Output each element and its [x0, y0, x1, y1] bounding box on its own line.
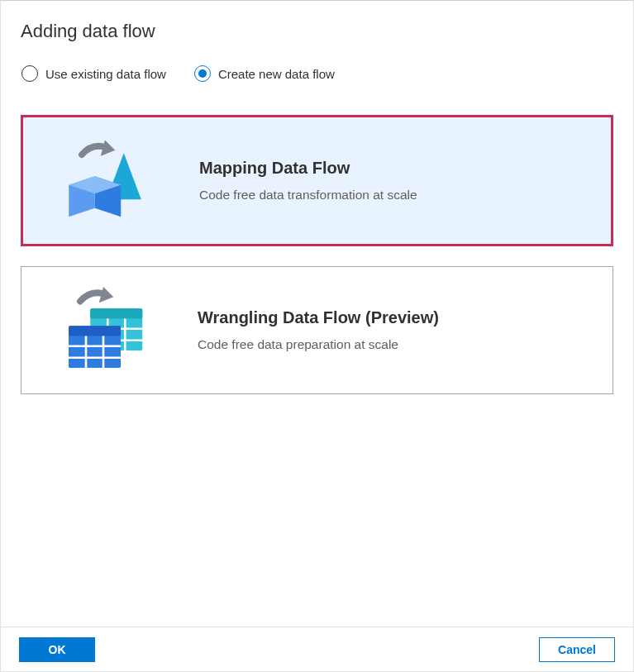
- radio-unchecked-icon: [21, 65, 38, 82]
- data-flow-source-radio-group: Use existing data flow Create new data f…: [21, 65, 613, 82]
- mapping-data-flow-icon: [64, 137, 151, 224]
- card-mapping-data-flow[interactable]: Mapping Data Flow Code free data transfo…: [21, 115, 613, 246]
- dialog-content: Adding data flow Use existing data flow …: [1, 1, 633, 627]
- ok-button[interactable]: OK: [19, 637, 95, 662]
- flow-type-cards: Mapping Data Flow Code free data transfo…: [21, 115, 613, 394]
- card-text: Mapping Data Flow Code free data transfo…: [199, 159, 417, 203]
- svg-rect-13: [69, 326, 121, 336]
- dialog-title: Adding data flow: [21, 21, 613, 42]
- cancel-button[interactable]: Cancel: [539, 637, 615, 662]
- radio-label: Use existing data flow: [45, 67, 166, 81]
- dialog-footer: OK Cancel: [1, 627, 633, 671]
- adding-data-flow-dialog: Adding data flow Use existing data flow …: [0, 0, 634, 672]
- radio-use-existing[interactable]: Use existing data flow: [21, 65, 166, 82]
- radio-checked-icon: [194, 65, 211, 82]
- radio-label: Create new data flow: [218, 67, 335, 81]
- svg-marker-5: [99, 287, 114, 303]
- card-description: Code free data transformation at scale: [199, 188, 417, 203]
- card-description: Code free data preparation at scale: [198, 337, 439, 352]
- wrangling-data-flow-icon: [63, 287, 150, 374]
- card-text: Wrangling Data Flow (Preview) Code free …: [198, 308, 439, 352]
- radio-create-new[interactable]: Create new data flow: [194, 65, 335, 82]
- card-title: Mapping Data Flow: [199, 159, 417, 178]
- card-wrangling-data-flow[interactable]: Wrangling Data Flow (Preview) Code free …: [21, 266, 613, 394]
- svg-marker-0: [101, 141, 116, 156]
- svg-rect-7: [90, 308, 142, 318]
- card-title: Wrangling Data Flow (Preview): [198, 308, 439, 327]
